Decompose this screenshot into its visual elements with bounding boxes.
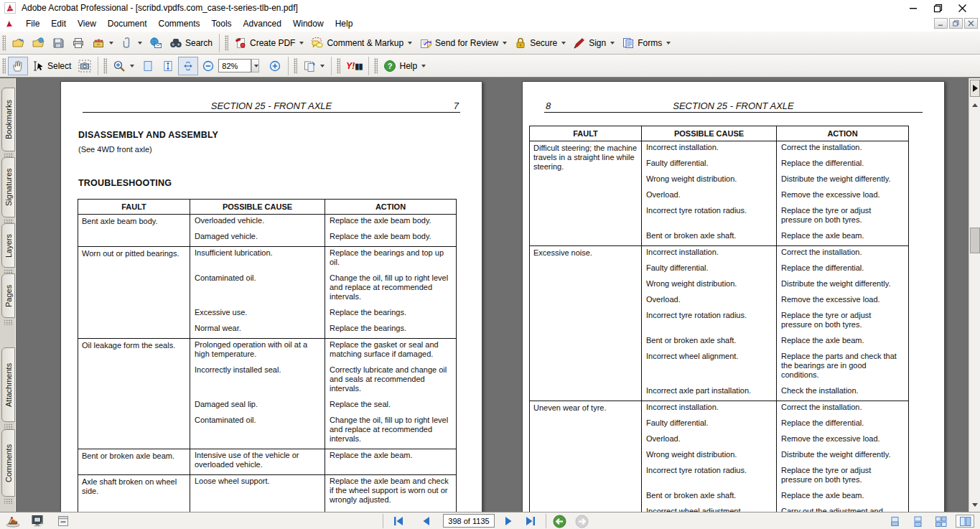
page-layout-button[interactable] (299, 57, 328, 75)
doc-minimize-button[interactable] (934, 18, 948, 29)
page-number: 7 (454, 100, 459, 111)
send-for-review-button[interactable]: Send for Review (416, 34, 510, 52)
page-indicator-input[interactable] (443, 514, 495, 528)
zoom-out-button[interactable] (198, 57, 218, 75)
vertical-scrollbar[interactable] (969, 78, 980, 512)
print-button[interactable] (68, 34, 88, 52)
actual-size-button[interactable] (138, 57, 158, 75)
save-button[interactable] (48, 34, 68, 52)
action-cell: Remove the excessive load. (776, 433, 908, 449)
toolbar-grip (374, 58, 378, 74)
binoculars-icon (169, 37, 182, 50)
restore-icon (933, 4, 943, 13)
action-cell: Replace the bearings. (325, 306, 456, 322)
hide-pane-button[interactable] (970, 80, 980, 97)
forms-button[interactable]: Forms (618, 34, 674, 52)
plus-circle-icon (269, 60, 281, 72)
cause-cell: Loose wheel support. (190, 475, 325, 510)
minimize-button[interactable] (901, 1, 925, 15)
continuous-facing-view-button[interactable] (931, 515, 950, 528)
menu-item-edit[interactable]: Edit (45, 17, 72, 31)
status-screen-button[interactable] (30, 515, 45, 529)
menu-item-advanced[interactable]: Advanced (238, 17, 287, 31)
next-page-button[interactable] (500, 515, 518, 528)
dropdown-caret-icon (408, 42, 412, 45)
scroll-down-button[interactable] (970, 500, 980, 510)
scrollbar-thumb[interactable] (970, 228, 980, 253)
single-page-view-button[interactable] (885, 515, 904, 528)
minus-circle-icon (202, 60, 215, 72)
last-page-button[interactable] (521, 515, 540, 528)
fault-cell: Difficult steering; the machine travels … (530, 141, 641, 245)
yahoo-messenger-button[interactable]: Y!▮▮ (342, 57, 365, 75)
cause-cell: Overload. (641, 189, 776, 205)
help-label: Help (399, 61, 417, 71)
menu-item-tools[interactable]: Tools (206, 17, 238, 31)
secure-button[interactable]: Secure (510, 34, 569, 52)
svg-text:?: ? (388, 62, 393, 70)
dropdown-caret-icon (320, 65, 325, 67)
cause-cell: Incorrect installation. (641, 401, 776, 417)
search-button[interactable]: Search (166, 34, 216, 52)
attach-button[interactable] (117, 34, 146, 52)
sidebar-tab-bookmarks[interactable]: Bookmarks (1, 88, 15, 151)
menu-item-comments[interactable]: Comments (153, 17, 206, 31)
menu-item-help[interactable]: Help (330, 17, 359, 31)
open-web-button[interactable] (28, 34, 48, 52)
first-page-button[interactable] (389, 515, 408, 528)
dropdown-caret-icon (421, 65, 426, 67)
snapshot-button[interactable] (75, 57, 95, 75)
magnifier-plus-icon (113, 60, 126, 72)
dropdown-caret-icon (138, 42, 142, 45)
organizer-button[interactable] (88, 34, 117, 52)
status-window-button[interactable] (56, 515, 70, 529)
doc-restore-button[interactable] (949, 18, 963, 29)
fit-page-button[interactable] (158, 57, 178, 75)
previous-view-button[interactable] (550, 515, 569, 528)
cause-cell: Faulty differential. (641, 262, 776, 278)
statusbar-separator (546, 514, 546, 528)
scroll-up-button[interactable] (970, 100, 980, 111)
zoom-in-button[interactable] (265, 57, 285, 75)
menu-item-window[interactable]: Window (287, 17, 330, 31)
zoom-dropdown-button[interactable] (251, 59, 259, 72)
table-row: Axle shaft broken on wheel side.Loose wh… (78, 475, 456, 512)
sidebar-tab-layers[interactable]: Layers (1, 223, 15, 268)
sidebar-tab-signatures[interactable]: Signatures (1, 157, 15, 217)
menu-item-view[interactable]: View (72, 17, 102, 31)
menu-item-file[interactable]: File (20, 17, 45, 31)
fit-height-icon (162, 60, 174, 72)
previous-page-button[interactable] (416, 515, 435, 528)
email-button[interactable] (146, 34, 166, 52)
sign-button[interactable]: Sign (569, 34, 618, 52)
restore-button[interactable] (925, 1, 950, 15)
open-button[interactable] (8, 34, 28, 52)
status-print-color-button[interactable] (6, 515, 20, 529)
help-button[interactable]: ?Help (380, 57, 429, 75)
menu-item-document[interactable]: Document (102, 17, 153, 31)
continuous-view-button[interactable] (908, 515, 927, 528)
zoom-level-input[interactable] (218, 59, 251, 72)
select-tool-button[interactable]: Select (28, 57, 75, 75)
troubleshooting-table: FAULTPOSSIBLE CAUSEACTIONBent axle beam … (78, 199, 457, 512)
search-label: Search (185, 38, 213, 48)
zoom-tool-button[interactable] (109, 57, 138, 75)
action-cell: Replace the axle beam. (776, 490, 908, 505)
create-pdf-button[interactable]: Create PDF (230, 34, 307, 52)
action-cell: Correct the installation. (776, 401, 908, 417)
sidebar-tab-pages[interactable]: Pages (1, 273, 15, 318)
next-view-button[interactable] (572, 515, 591, 528)
close-button[interactable] (950, 1, 974, 15)
toolbar-separator (288, 57, 289, 75)
facing-view-button[interactable] (956, 515, 974, 528)
sidebar-tab-comments[interactable]: Comments (1, 429, 15, 497)
yahoo-messenger-label: Y!▮▮ (346, 61, 362, 71)
previous-view-icon (553, 515, 566, 528)
doc-close-button[interactable] (964, 18, 978, 29)
comment-markup-button[interactable]: Comment & Markup (307, 34, 416, 52)
sidebar-tab-attachments[interactable]: Attachments (1, 347, 15, 422)
action-cell: Replace the differential. (776, 417, 908, 433)
fit-width-button[interactable] (178, 57, 198, 75)
cause-cell: Bent or broken axle shaft. (641, 490, 776, 505)
hand-tool-button[interactable] (8, 57, 28, 75)
